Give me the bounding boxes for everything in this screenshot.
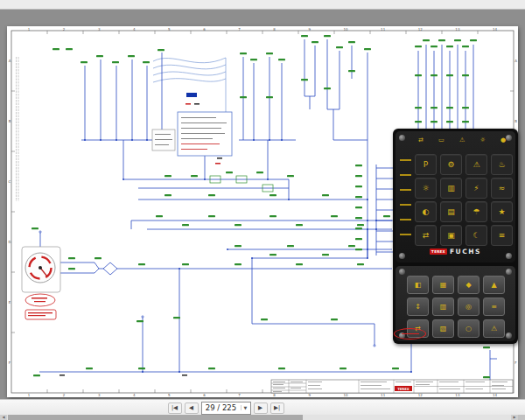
- gauge-annotations: [25, 294, 56, 319]
- horizontal-scrollbar[interactable]: ◀ ▶: [0, 415, 525, 420]
- wire-terminals: [39, 231, 375, 346]
- terex-logo: TEREX: [430, 248, 447, 255]
- pressure-gauge: [22, 247, 60, 292]
- circle-key-icon: ○: [458, 319, 480, 338]
- component-symbols: [210, 176, 273, 192]
- panel-brand-logo: TEREX FUCHS: [396, 248, 515, 256]
- panel-key-grid: ◧ ▦ ◆ ▲ ↕ ▥ ◎ ≡ ⇄ ▧ ○ ⚠: [407, 276, 505, 338]
- scrollbar-corner: [518, 415, 525, 420]
- frame-row-letters-left: ABCDEF: [8, 31, 12, 393]
- control-panel-photo: ⇄ ▭ ⚠ ☼ ● P ⚙ ⚠ ♨ ☼ ▥ ⚡ ≈: [393, 129, 518, 344]
- grid-key-icon: ▦: [432, 276, 454, 294]
- lines-key-icon: ▥: [432, 298, 454, 316]
- scroll-right-arrow-icon[interactable]: ▶: [511, 415, 518, 420]
- dimmer-button-icon: ◐: [415, 201, 437, 222]
- panel-side-labels: [400, 159, 411, 235]
- power-button-icon: ⚡: [466, 178, 487, 199]
- margin-disclaimer-text: [17, 57, 19, 201]
- defrost-button-icon: ▥: [440, 178, 462, 199]
- work-light-button-icon: ☼: [415, 178, 437, 199]
- park-brake-button-icon: P: [415, 154, 437, 175]
- warning-key-icon: ⚠: [483, 319, 505, 338]
- wire-junctions: [84, 139, 412, 373]
- mode-button-icon: ▣: [440, 225, 462, 246]
- panel-button-grid: P ⚙ ⚠ ♨ ☼ ▥ ⚡ ≈ ◐ ▤ ☂ ★ ⇄ ▣ ☾ ≡: [415, 154, 513, 246]
- diamond-key-icon: ◆: [458, 276, 480, 294]
- screw-icon: [506, 269, 512, 275]
- page-number-field: ▼: [201, 402, 251, 415]
- beacon-button-icon: ★: [491, 201, 513, 222]
- warning-indicator-icon: ⚠: [459, 136, 465, 144]
- hazard-button-icon: ⚠: [466, 154, 487, 175]
- note-box: [178, 112, 232, 156]
- relay-diamond-symbol: [103, 262, 117, 275]
- battery-indicator-icon: ▭: [438, 136, 444, 144]
- first-page-button[interactable]: |◀: [168, 402, 182, 414]
- status-indicator-icon: ●: [500, 136, 506, 144]
- beacon-indicator-icon: ☼: [480, 136, 485, 144]
- title-block-brand: TEREX: [397, 387, 410, 391]
- fuse-box: [152, 130, 175, 150]
- title-block: TEREX: [271, 380, 513, 393]
- washer-button-icon: ☂: [466, 201, 487, 222]
- scroll-left-arrow-icon[interactable]: ◀: [0, 415, 7, 420]
- direction-button-icon: ⇄: [415, 225, 437, 246]
- quadrant-key-icon: ◧: [407, 276, 429, 294]
- red-circle-annotation: [394, 328, 426, 340]
- screw-icon: [399, 269, 405, 275]
- connector-block: [186, 93, 197, 97]
- page-nav-group: |◀ ◀ ▼ ▶ ▶|: [168, 402, 284, 415]
- page-navigation-toolbar: |◀ ◀ ▼ ▶ ▶|: [0, 399, 525, 416]
- heater-button-icon: ♨: [491, 154, 513, 175]
- frame-column-numbers-top: 1234567891011121314: [11, 27, 514, 32]
- window-top-strip: [0, 0, 525, 10]
- target-key-icon: ◎: [458, 298, 480, 316]
- fuchs-logo-text: FUCHS: [450, 248, 481, 256]
- next-page-button[interactable]: ▶: [254, 402, 268, 414]
- up-key-icon: ▲: [483, 276, 505, 294]
- page-dropdown-caret-icon[interactable]: ▼: [241, 405, 250, 410]
- pdf-viewer-window: TEREX 1234567891011121314 12345678910111…: [0, 0, 525, 420]
- screw-icon: [399, 135, 405, 141]
- hatch-key-icon: ▧: [432, 319, 454, 338]
- menu-key-icon: ≡: [483, 298, 505, 316]
- night-button-icon: ☾: [466, 225, 487, 246]
- screw-icon: [506, 135, 512, 141]
- keypad-upper-section: ⇄ ▭ ⚠ ☼ ● P ⚙ ⚠ ♨ ☼ ▥ ⚡ ≈: [396, 131, 515, 262]
- page-number-input[interactable]: [202, 403, 241, 413]
- menu-button-icon: ≡: [491, 225, 513, 246]
- updown-key-icon: ↕: [407, 298, 429, 316]
- screw-icon: [506, 332, 512, 339]
- flow-button-icon: ≈: [491, 178, 513, 199]
- frame-column-numbers-bottom: 1234567891011121314: [11, 393, 514, 397]
- previous-page-button[interactable]: ◀: [185, 402, 199, 414]
- document-page: TEREX 1234567891011121314 12345678910111…: [7, 26, 518, 397]
- last-page-button[interactable]: ▶|: [270, 402, 284, 414]
- turn-signal-icon: ⇄: [418, 136, 424, 144]
- battery-button-icon: ▤: [440, 201, 462, 222]
- service-button-icon: ⚙: [440, 154, 462, 175]
- horizontal-scrollbar-thumb[interactable]: [8, 415, 303, 420]
- indicator-light-row: ⇄ ▭ ⚠ ☼ ●: [418, 136, 506, 144]
